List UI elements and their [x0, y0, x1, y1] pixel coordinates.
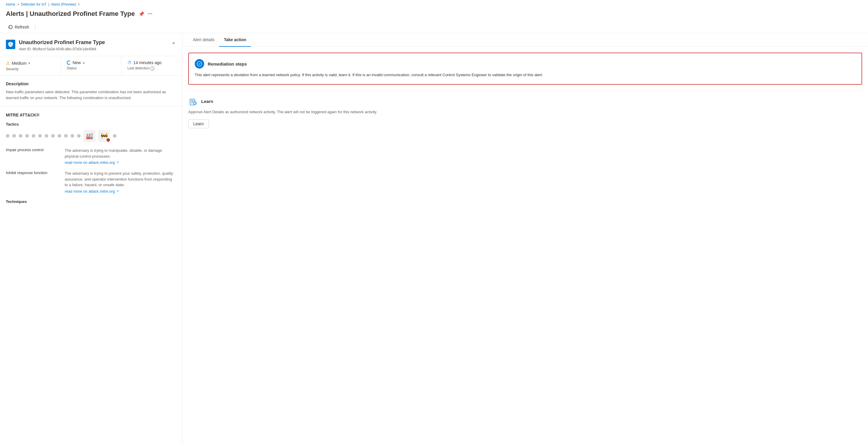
alert-title-block: Unauthorized Profinet Frame Type Alert I… [19, 39, 105, 51]
tactic-desc-2: The adversary is trying to prevent your … [65, 170, 176, 193]
last-detection-value: ⏱ 14 minutes ago [127, 60, 176, 65]
tactic-dot-6 [38, 134, 42, 138]
alert-meta: ⚠ Medium ∨ Severity New ∨ Status ⏱ 14 mi… [0, 56, 182, 75]
severity-sub: Severity [6, 67, 55, 71]
tactic-link-2[interactable]: read more on attack.mitre.org ↗ [65, 189, 176, 193]
tactic-desc-1: The adversary is trying to manipulate, d… [65, 148, 176, 165]
tactic-dot-3 [19, 134, 22, 138]
tactic-dot-9 [58, 134, 61, 138]
tactics-dots: 🏭 🚧 [6, 130, 176, 142]
learn-icon [188, 97, 198, 106]
alert-shield-icon: ! [6, 40, 15, 49]
tactic-name-2: Inhibit response function [6, 170, 59, 193]
refresh-button[interactable]: Refresh [6, 24, 31, 31]
tactic-icon-inhibit: 🚧 [98, 130, 110, 142]
last-detection-label: Last detection i [127, 66, 176, 71]
tactics-title: Tactics [6, 122, 176, 126]
last-detection-time: 14 minutes ago [133, 60, 161, 65]
mitre-section: MITRE ATT&CK® Tactics 🏭 [0, 107, 182, 210]
more-options-icon[interactable]: ··· [148, 11, 153, 17]
tactic-dot-12 [77, 134, 81, 138]
learn-button[interactable]: Learn [188, 119, 209, 128]
description-text: New traffic parameters were detected. Th… [6, 89, 176, 101]
mitre-title: MITRE ATT&CK® [6, 113, 176, 117]
description-section: Description New traffic parameters were … [0, 75, 182, 107]
info-icon[interactable]: i [150, 66, 154, 71]
collapse-button[interactable]: « [171, 39, 176, 47]
toolbar-divider [35, 24, 35, 30]
tactic-dot-1 [6, 134, 9, 138]
page-title-bar: Alerts | Unauthorized Profinet Frame Typ… [0, 9, 868, 21]
tactic-dot-10 [64, 134, 68, 138]
refresh-label: Refresh [15, 25, 29, 29]
breadcrumb: Home > Defender for IoT | Alerts (Previe… [0, 0, 868, 9]
clock-icon: ⏱ [127, 60, 131, 65]
description-title: Description [6, 82, 176, 86]
external-link-icon-2: ↗ [116, 189, 119, 193]
breadcrumb-home[interactable]: Home [6, 2, 15, 6]
breadcrumb-alerts[interactable]: Alerts (Preview) [51, 2, 76, 6]
page-title: Alerts | Unauthorized Profinet Frame Typ… [6, 10, 135, 18]
severity-dropdown[interactable]: ∨ [28, 61, 30, 65]
warning-icon: ⚠ [6, 60, 10, 66]
tactic-dot-2 [12, 134, 16, 138]
tactic-icon-impair: 🏭 [84, 130, 95, 142]
tactic-dot-7 [45, 134, 48, 138]
last-detection-meta: ⏱ 14 minutes ago Last detection i [122, 56, 182, 75]
tab-take-action[interactable]: Take action [219, 33, 251, 47]
main-layout: ! Unauthorized Profinet Frame Type Alert… [0, 33, 868, 445]
tactic-dot-11 [71, 134, 74, 138]
severity-meta: ⚠ Medium ∨ Severity [0, 56, 61, 75]
severity-value: ⚠ Medium ∨ [6, 60, 55, 66]
tactic-link-1[interactable]: read more on attack.mitre.org ↗ [65, 160, 176, 165]
refresh-icon [8, 25, 13, 29]
techniques-title: Techniques [6, 199, 176, 204]
tactic-row-1: Impair process control The adversary is … [6, 148, 176, 165]
alert-header-left: ! Unauthorized Profinet Frame Type Alert… [6, 39, 105, 51]
learn-text: Approve Alert Details as authorized netw… [188, 109, 862, 115]
learn-section: Learn Approve Alert Details as authorize… [188, 91, 862, 134]
tactic-dot-4 [25, 134, 29, 138]
tab-alert-details[interactable]: Alert details [188, 33, 219, 47]
status-sub: Status [67, 66, 116, 70]
tactic-row-2: Inhibit response function The adversary … [6, 170, 176, 193]
tactic-dot-8 [51, 134, 55, 138]
tactic-desc-text-1: The adversary is trying to manipulate, d… [65, 148, 176, 159]
right-panel: Alert details Take action Remediation st… [182, 33, 868, 445]
status-value: New ∨ [67, 60, 116, 65]
alert-id: Alert ID: 86cfbccf-5a3d-4549-afbc-07d3c1… [19, 47, 105, 51]
pin-icon[interactable]: 📌 [138, 11, 145, 17]
tactic-dot-13 [113, 134, 117, 138]
remediation-title: Remediation steps [208, 61, 247, 66]
tabs: Alert details Take action [182, 33, 868, 47]
tactic-desc-text-2: The adversary is trying to prevent your … [65, 170, 176, 188]
tactic-name-1: Impair process control [6, 148, 59, 165]
severity-label: Medium [12, 61, 27, 66]
tactic-dot-5 [32, 134, 35, 138]
breadcrumb-defender[interactable]: Defender for IoT [21, 2, 46, 6]
left-panel: ! Unauthorized Profinet Frame Type Alert… [0, 33, 182, 445]
status-dropdown[interactable]: ∨ [83, 61, 85, 64]
learn-header: Learn [188, 97, 862, 106]
remediation-text: This alert represents a deviation from a… [195, 72, 856, 78]
svg-text:!: ! [10, 43, 11, 46]
remediation-icon [195, 59, 204, 68]
learn-title: Learn [201, 99, 213, 104]
alert-title: Unauthorized Profinet Frame Type [19, 39, 105, 46]
toolbar: Refresh [0, 21, 868, 33]
remediation-header: Remediation steps [195, 59, 856, 68]
external-link-icon-1: ↗ [116, 161, 119, 164]
status-spinner-icon [67, 61, 71, 65]
remediation-box: Remediation steps This alert represents … [188, 53, 862, 85]
status-meta: New ∨ Status [61, 56, 122, 75]
alert-header: ! Unauthorized Profinet Frame Type Alert… [0, 33, 182, 56]
status-label: New [73, 60, 81, 65]
